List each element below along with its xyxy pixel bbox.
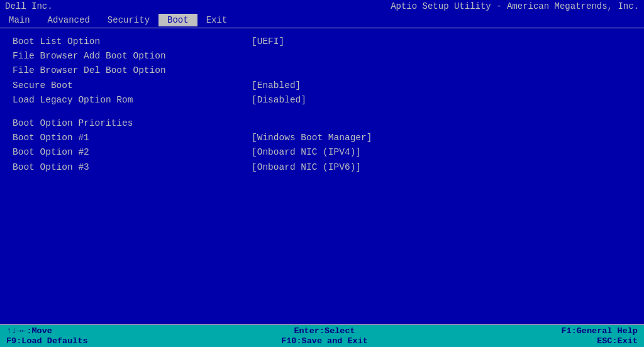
- bottom-left: ↑↓→←:Move F9:Load Defaults: [6, 326, 88, 346]
- menu-item-advanced[interactable]: Advanced: [39, 14, 99, 26]
- setting-boot-option-3[interactable]: Boot Option #3 [Onboard NIC (IPV6)]: [13, 160, 631, 175]
- setting-load-legacy: Load Legacy Option Rom [Disabled]: [13, 93, 631, 107]
- hint-load-defaults: F9:Load Defaults: [6, 336, 88, 346]
- setting-value-boot3: [Onboard NIC (IPV6)]: [252, 160, 361, 175]
- menu-item-security[interactable]: Security: [99, 14, 158, 26]
- setting-label-boot2: Boot Option #2: [13, 145, 252, 160]
- setting-label-fb-add: File Browser Add Boot Option: [13, 49, 252, 63]
- setting-label-secure-boot: Secure Boot: [13, 79, 252, 93]
- setting-label-boot3: Boot Option #3: [13, 160, 252, 175]
- vendor-label: Dell Inc.: [5, 1, 53, 11]
- setting-file-browser-add[interactable]: File Browser Add Boot Option: [13, 49, 631, 63]
- hint-general-help: F1:General Help: [561, 326, 638, 336]
- setting-label-fb-del: File Browser Del Boot Option: [13, 63, 252, 78]
- section-gap: [13, 107, 631, 116]
- setting-label-load-legacy: Load Legacy Option Rom: [13, 93, 252, 107]
- main-content: Boot List Option [UEFI] File Browser Add…: [0, 28, 644, 324]
- hint-save-exit: F10:Save and Exit: [281, 336, 368, 346]
- setting-boot-option-2[interactable]: Boot Option #2 [Onboard NIC (IPV4)]: [13, 145, 631, 160]
- menu-item-exit[interactable]: Exit: [197, 14, 236, 26]
- setting-value-boot-list: [UEFI]: [252, 35, 284, 49]
- bios-screen: Dell Inc. Aptio Setup Utility - American…: [0, 0, 644, 347]
- setting-boot-list-option: Boot List Option [UEFI]: [13, 35, 631, 49]
- menu-bar[interactable]: Main Advanced Security Boot Exit: [0, 13, 644, 28]
- hint-move: ↑↓→←:Move: [6, 326, 88, 336]
- menu-item-main[interactable]: Main: [0, 14, 39, 26]
- setting-value-boot2: [Onboard NIC (IPV4)]: [252, 145, 361, 160]
- setting-value-secure-boot: [Enabled]: [252, 79, 301, 93]
- setting-boot-option-1[interactable]: Boot Option #1 [Windows Boot Manager]: [13, 131, 631, 145]
- setting-secure-boot: Secure Boot [Enabled]: [13, 79, 631, 93]
- hint-select: Enter:Select: [281, 326, 368, 336]
- setting-value-boot1: [Windows Boot Manager]: [252, 131, 372, 145]
- bottom-right: F1:General Help ESC:Exit: [561, 326, 638, 346]
- utility-title: Aptio Setup Utility - American Megatrend…: [391, 1, 639, 11]
- section-header-priorities: Boot Option Priorities: [13, 116, 631, 131]
- top-bar: Dell Inc. Aptio Setup Utility - American…: [0, 0, 644, 13]
- setting-value-load-legacy: [Disabled]: [252, 93, 306, 107]
- hint-esc-exit: ESC:Exit: [561, 336, 638, 346]
- bottom-center: Enter:Select F10:Save and Exit: [281, 326, 368, 346]
- menu-item-boot[interactable]: Boot: [158, 14, 197, 26]
- bottom-bar: ↑↓→←:Move F9:Load Defaults Enter:Select …: [0, 324, 644, 347]
- setting-file-browser-del[interactable]: File Browser Del Boot Option: [13, 63, 631, 78]
- setting-label-boot1: Boot Option #1: [13, 131, 252, 145]
- setting-label-boot-list: Boot List Option: [13, 35, 252, 49]
